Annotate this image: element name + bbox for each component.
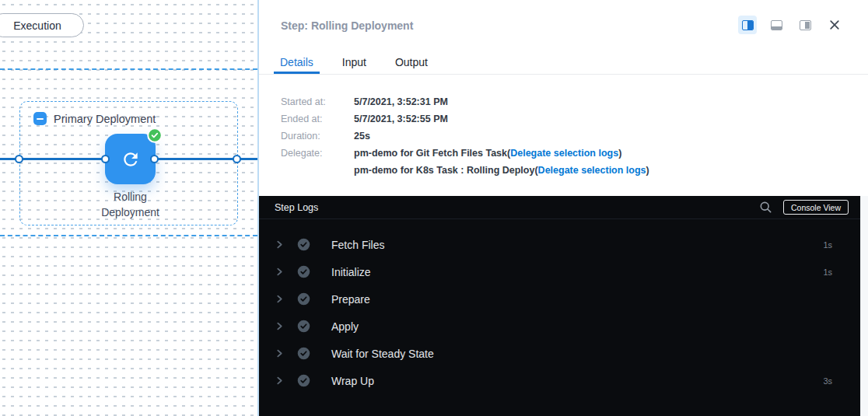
step-logs-title: Step Logs	[275, 202, 318, 213]
chevron-right-icon[interactable]	[275, 267, 284, 276]
refresh-icon	[121, 149, 141, 170]
stage-boundary-line-top	[0, 68, 257, 70]
tab-output[interactable]: Output	[389, 55, 434, 74]
details-section: Started at: 5/7/2021, 3:52:31 PM Ended a…	[281, 96, 649, 188]
log-row-initialize[interactable]: Initialize 1s	[259, 258, 860, 285]
log-rows: Fetch Files 1s Initialize 1s Prepare	[259, 219, 860, 394]
panel-controls	[738, 16, 840, 34]
detail-value: 5/7/2021, 3:52:55 PM	[354, 114, 448, 124]
detail-label: Ended at:	[281, 114, 354, 124]
pipeline-canvas[interactable]: Execution Primary Deployment Rolling Dep…	[0, 0, 259, 416]
step-logs-header: Step Logs Console View	[259, 196, 860, 219]
check-circle-icon	[297, 238, 310, 251]
stage-boundary-line-bottom	[0, 235, 257, 236]
group-header: Primary Deployment	[33, 112, 156, 125]
panel-tabs: Details Input Output	[274, 55, 450, 74]
log-step-duration: 1s	[823, 267, 832, 277]
delegate-line: pm-demo for K8s Task : Rolling Deploy(De…	[354, 165, 649, 176]
console-view-button[interactable]: Console View	[783, 200, 849, 215]
detail-row-delegate: Delegate: pm-demo for Git Fetch Files Ta…	[281, 148, 649, 182]
chevron-right-icon[interactable]	[275, 376, 284, 385]
tab-input[interactable]: Input	[336, 55, 373, 74]
detail-label: Started at:	[281, 96, 354, 107]
log-step-duration: 3s	[823, 376, 832, 386]
log-step-label: Initialize	[331, 266, 371, 278]
check-circle-icon	[297, 292, 310, 306]
search-icon[interactable]	[759, 201, 772, 214]
log-row-wait-steady-state[interactable]: Wait for Steady State	[259, 340, 860, 367]
log-row-apply[interactable]: Apply	[259, 313, 860, 340]
tab-details[interactable]: Details	[274, 55, 320, 74]
log-row-fetch-files[interactable]: Fetch Files 1s	[259, 231, 860, 258]
execution-tab[interactable]: Execution	[0, 13, 84, 37]
logs-scrollbar[interactable]	[860, 196, 868, 416]
layout-right-icon[interactable]	[796, 16, 814, 34]
layout-split-right-icon[interactable]	[738, 16, 757, 34]
detail-row-started: Started at: 5/7/2021, 3:52:31 PM	[281, 96, 649, 107]
minus-icon[interactable]	[33, 112, 47, 125]
detail-label: Delegate:	[281, 148, 354, 182]
log-step-label: Wrap Up	[331, 375, 374, 387]
log-step-duration: 1s	[823, 240, 832, 250]
chevron-right-icon[interactable]	[275, 349, 284, 358]
execution-tab-label: Execution	[13, 19, 61, 32]
check-circle-icon	[297, 374, 310, 387]
step-details-panel: Step: Rolling Deployment Details Input O…	[259, 0, 868, 416]
node-label: Rolling Deployment	[79, 189, 181, 220]
connector-port[interactable]	[150, 155, 159, 163]
rolling-deployment-node[interactable]	[105, 134, 156, 184]
log-step-label: Wait for Steady State	[331, 348, 434, 360]
log-row-wrap-up[interactable]: Wrap Up 3s	[259, 367, 860, 394]
check-circle-icon	[297, 347, 310, 360]
panel-title: Step: Rolling Deployment	[281, 19, 413, 32]
detail-label: Duration:	[281, 131, 354, 142]
layout-bottom-icon[interactable]	[767, 16, 786, 34]
delegate-line: pm-demo for Git Fetch Files Task(Delegat…	[354, 148, 649, 159]
log-row-prepare[interactable]: Prepare	[259, 285, 860, 313]
detail-row-duration: Duration: 25s	[281, 131, 649, 142]
close-icon[interactable]	[829, 19, 840, 30]
connector-port[interactable]	[233, 155, 241, 163]
connector-port[interactable]	[15, 155, 23, 163]
chevron-right-icon[interactable]	[275, 295, 284, 303]
app-root: Execution Primary Deployment Rolling Dep…	[0, 0, 868, 416]
check-circle-icon	[297, 320, 310, 333]
check-circle-icon	[297, 265, 310, 278]
group-label: Primary Deployment	[54, 113, 156, 125]
tabs-separator	[259, 74, 868, 75]
detail-value: 25s	[354, 131, 370, 142]
delegate-selection-logs-link[interactable]: Delegate selection logs	[510, 148, 618, 159]
connector-port[interactable]	[101, 155, 110, 163]
step-logs-section: Step Logs Console View Fetch Files 1s In…	[259, 196, 860, 416]
log-step-label: Fetch Files	[331, 239, 384, 251]
log-step-label: Prepare	[331, 293, 370, 306]
success-check-badge	[147, 128, 163, 143]
chevron-right-icon[interactable]	[275, 322, 284, 330]
delegate-selection-logs-link[interactable]: Delegate selection logs	[538, 165, 646, 176]
log-step-label: Apply	[331, 320, 359, 333]
detail-value: 5/7/2021, 3:52:31 PM	[354, 96, 448, 107]
detail-row-ended: Ended at: 5/7/2021, 3:52:55 PM	[281, 114, 649, 124]
chevron-right-icon[interactable]	[275, 240, 284, 249]
